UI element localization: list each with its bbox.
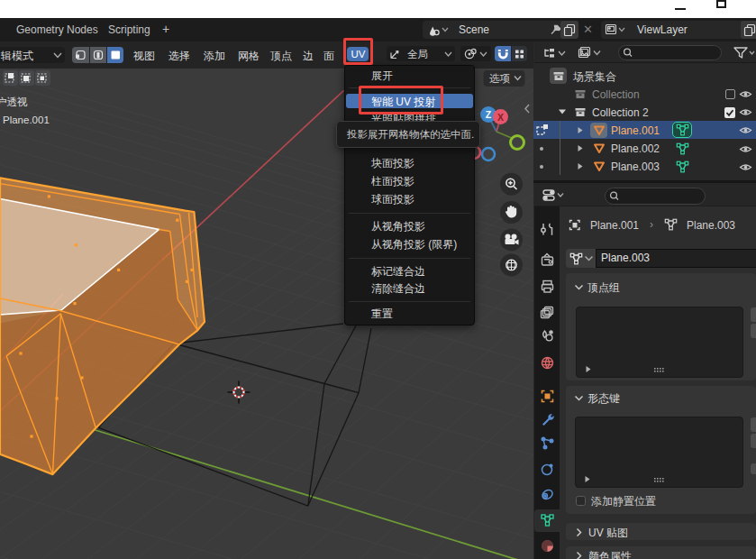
svg-text:Plane.001: Plane.001: [3, 115, 50, 125]
svg-text:Z: Z: [486, 109, 492, 120]
svg-text:X: X: [497, 112, 504, 123]
svg-text:户透视: 户透视: [0, 96, 28, 107]
svg-text:选项: 选项: [489, 73, 511, 84]
